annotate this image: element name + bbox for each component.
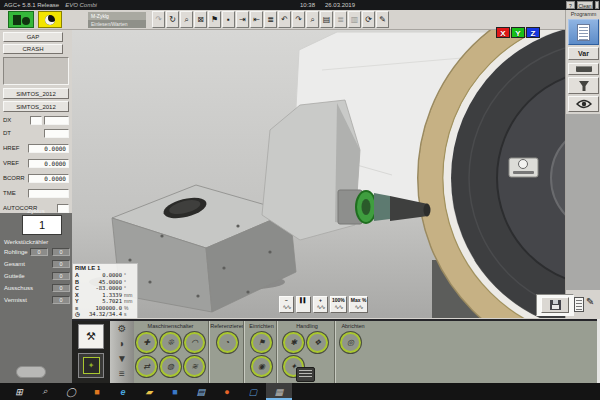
undo-button[interactable]: ↶ <box>278 11 291 28</box>
counter-field[interactable]: 0 <box>52 272 70 280</box>
axis-z-button[interactable]: Z <box>526 27 540 38</box>
gripper-button[interactable]: ≋ <box>184 356 205 377</box>
gap-button[interactable]: GAP <box>3 32 63 42</box>
crash-button[interactable]: CRASH <box>3 44 63 54</box>
firefox-browser[interactable]: ● <box>214 383 240 400</box>
app-window[interactable]: ▢ <box>240 383 266 400</box>
settings-gear-icon[interactable]: ⚙ <box>118 321 127 336</box>
save-button[interactable] <box>541 297 569 313</box>
control-strip-button[interactable] <box>568 63 599 75</box>
edit-button[interactable]: ✎ <box>376 11 389 28</box>
speed-up-button[interactable]: + ∿∿ <box>313 296 328 313</box>
help-button[interactable]: ? <box>566 1 575 9</box>
edit-pen-icon[interactable]: ✎ <box>586 296 594 307</box>
unloader-button[interactable]: ❖ <box>307 332 328 353</box>
machine-start-button[interactable] <box>8 11 34 28</box>
dx-field-1[interactable] <box>30 116 42 125</box>
file-explorer[interactable]: ▰ <box>136 383 162 400</box>
app-variant: EVO Combi <box>65 2 97 8</box>
task-view-button[interactable]: ◯ <box>58 383 84 400</box>
start-button[interactable]: ⊞ <box>6 383 32 400</box>
sidebar-empty-pane <box>566 114 600 290</box>
href-field[interactable]: 0.0000 <box>28 144 69 153</box>
program-list-button[interactable]: ≣ <box>264 11 277 28</box>
keyboard-button[interactable] <box>296 367 315 382</box>
program-button[interactable] <box>568 19 599 45</box>
toolbar-buttons: ↷↻⌕⊠⚑▪⇥⇤≣↶↷⌕▤≣▥⟳✎ <box>152 11 389 28</box>
coolant-button[interactable]: ❊ <box>160 332 181 353</box>
print-button[interactable]: ▤ <box>320 11 333 28</box>
vref-field[interactable]: 0.0000 <box>28 159 69 168</box>
lamp-icon[interactable]: ◗ <box>119 336 125 351</box>
clamp-button[interactable] <box>568 77 599 94</box>
program-restart-button[interactable]: ↻ <box>166 11 179 28</box>
circle-icon: ✱ <box>290 338 297 347</box>
pause-button[interactable]: ▌▌ <box>296 296 311 313</box>
program-close-button[interactable]: ⊠ <box>194 11 207 28</box>
panel-mode-column: ⚒ ✦ <box>72 321 110 383</box>
reference-button[interactable]: ◔ <box>217 332 238 353</box>
edge-browser[interactable]: e <box>110 383 136 400</box>
program-document-icon <box>577 24 590 41</box>
jump-back-button[interactable]: ⇤ <box>250 11 263 28</box>
zoom-button[interactable]: ⌕ <box>306 11 319 28</box>
notes-button[interactable]: ▥ <box>348 11 361 28</box>
counter-field[interactable]: 0 <box>52 284 70 292</box>
axis-readout-row: B 45.0000 ° <box>75 279 135 286</box>
single-block-button[interactable]: ▪ <box>222 11 235 28</box>
list-icon[interactable]: ≡ <box>119 366 125 381</box>
turret-button[interactable]: ◍ <box>160 356 181 377</box>
counter-field[interactable]: 0 <box>52 248 70 256</box>
setup-flag-button[interactable]: ⚑ <box>251 332 272 353</box>
program-slot-1[interactable]: SIMTOS_2012 <box>3 88 69 99</box>
loader-button[interactable]: ✱ <box>283 332 304 353</box>
var-button[interactable]: Var <box>568 47 599 60</box>
speed-down-button[interactable]: − ∿∿ <box>279 296 294 313</box>
search-button[interactable]: ⌕ <box>32 383 58 400</box>
axis-x-button[interactable]: X <box>496 27 510 38</box>
clean-button[interactable]: Clean <box>577 1 593 9</box>
counter-rows: Rohlinge 0 0 Gesamt 0 Gutteile 0 <box>0 247 72 307</box>
program-slot-2[interactable]: SIMTOS_2012 <box>3 101 69 112</box>
log-button[interactable]: ≣ <box>334 11 347 28</box>
app-document[interactable]: ▤ <box>188 383 214 400</box>
app-photos[interactable]: ■ <box>162 383 188 400</box>
bcorr-label: BCORR <box>3 175 25 181</box>
panel-handle-button[interactable] <box>16 366 46 378</box>
dt-field[interactable] <box>44 129 69 138</box>
counter-field[interactable]: 0 <box>52 296 70 304</box>
collision-monitor-button[interactable] <box>38 11 62 28</box>
counter-field[interactable]: 0 <box>30 248 48 256</box>
bcorr-field[interactable]: 0.0000 <box>28 174 69 183</box>
tme-field[interactable] <box>28 189 69 198</box>
panel-icon-strip: ⚙◗▼≡ <box>110 321 134 383</box>
tool-icon[interactable]: ▼ <box>117 351 127 366</box>
dx-field-2[interactable] <box>44 116 69 125</box>
agc-app[interactable]: ▦ <box>266 383 292 400</box>
axis-y-button[interactable]: Y <box>511 27 525 38</box>
axes-button[interactable]: ⇄ <box>136 356 157 377</box>
circle-icon: ◍ <box>167 362 174 371</box>
speed-max-button[interactable]: Max % ∿∿ <box>349 296 369 313</box>
protocol-button[interactable] <box>574 297 584 312</box>
program-search-button[interactable]: ⌕ <box>180 11 193 28</box>
workpiece-mode-button[interactable]: ✦ <box>78 353 104 378</box>
touch-probe-button[interactable]: ◉ <box>251 356 272 377</box>
jump-forward-button[interactable]: ⇥ <box>236 11 249 28</box>
refresh-button[interactable]: ⟳ <box>362 11 375 28</box>
step-back-button[interactable]: ↷ <box>152 11 165 28</box>
app-orange[interactable]: ■ <box>84 383 110 400</box>
redo-button[interactable]: ↷ <box>292 11 305 28</box>
set-marker-button[interactable]: ⚑ <box>208 11 221 28</box>
window-menu-button[interactable] <box>595 1 599 9</box>
spindle-button[interactable]: ✚ <box>136 332 157 353</box>
chuck-button[interactable]: ◠ <box>184 332 205 353</box>
dressing-button[interactable]: ◎ <box>340 332 361 353</box>
visibility-button[interactable] <box>568 96 599 112</box>
speed-100-button[interactable]: 100% ∿∿ <box>330 296 347 313</box>
manual-mode-button[interactable]: ⚒ <box>78 324 104 349</box>
zyklus-value-box[interactable]: 1 <box>22 215 62 235</box>
simulation-viewport[interactable]: RIM LE 1 A 0.0000 ° B 45.0000 ° <box>72 30 565 318</box>
circle-icon: ◉ <box>258 362 265 371</box>
counter-field[interactable]: 0 <box>52 260 70 268</box>
